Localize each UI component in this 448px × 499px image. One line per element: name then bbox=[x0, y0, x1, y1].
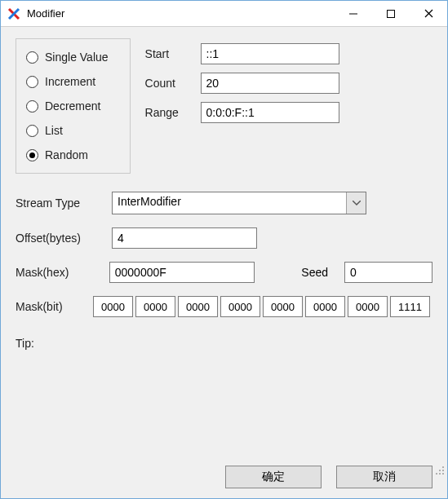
mask-hex-input[interactable] bbox=[109, 262, 255, 283]
mask-bit-cell[interactable]: 0000 bbox=[263, 296, 303, 317]
mask-bit-cells: 0000 0000 0000 0000 0000 0000 0000 1111 bbox=[93, 296, 432, 317]
start-label: Start bbox=[145, 47, 193, 60]
cancel-button[interactable]: 取消 bbox=[336, 466, 432, 488]
resize-grip-icon[interactable] bbox=[433, 464, 445, 475]
svg-rect-1 bbox=[388, 10, 395, 17]
close-button[interactable] bbox=[410, 1, 447, 27]
ok-button[interactable]: 确定 bbox=[225, 466, 322, 488]
window-title: Modifier bbox=[27, 7, 64, 20]
mask-bit-cell[interactable]: 0000 bbox=[348, 296, 388, 317]
svg-point-7 bbox=[436, 473, 437, 475]
chevron-down-icon bbox=[346, 192, 366, 214]
radio-icon bbox=[26, 100, 38, 113]
radio-label: Single Value bbox=[45, 51, 109, 64]
count-input[interactable] bbox=[201, 73, 339, 94]
stream-type-label: Stream Type bbox=[16, 197, 104, 210]
minimize-button[interactable] bbox=[335, 1, 372, 27]
mask-bit-cell[interactable]: 0000 bbox=[220, 296, 260, 317]
mask-bit-cell[interactable]: 0000 bbox=[305, 296, 345, 317]
dialog-body: Single Value Increment Decrement List Ra… bbox=[1, 27, 447, 498]
radio-icon bbox=[26, 125, 38, 137]
radio-single-value[interactable]: Single Value bbox=[26, 51, 109, 64]
mask-hex-label: Mask(hex) bbox=[16, 266, 101, 279]
seed-input[interactable] bbox=[344, 262, 432, 283]
offset-input[interactable] bbox=[112, 227, 257, 249]
tip-label: Tip: bbox=[16, 337, 432, 350]
radio-list[interactable]: List bbox=[26, 124, 109, 137]
radio-icon bbox=[26, 149, 38, 161]
svg-point-8 bbox=[439, 473, 441, 475]
stream-type-value: InterModifier bbox=[113, 192, 346, 214]
radio-increment[interactable]: Increment bbox=[26, 75, 109, 88]
svg-point-5 bbox=[439, 470, 441, 471]
radio-icon bbox=[26, 76, 38, 88]
mask-bit-label: Mask(bit) bbox=[16, 300, 85, 313]
mask-bit-cell[interactable]: 1111 bbox=[390, 296, 430, 317]
svg-point-9 bbox=[442, 473, 444, 475]
modifier-dialog: Modifier Single Value Increment bbox=[0, 0, 448, 499]
count-label: Count bbox=[145, 77, 193, 90]
app-icon bbox=[7, 7, 20, 20]
start-input[interactable] bbox=[201, 43, 339, 64]
mask-bit-cell[interactable]: 0000 bbox=[93, 296, 133, 317]
radio-random[interactable]: Random bbox=[26, 148, 109, 161]
stream-type-select[interactable]: InterModifier bbox=[112, 192, 366, 214]
button-label: 取消 bbox=[373, 470, 396, 484]
titlebar: Modifier bbox=[1, 1, 447, 27]
range-input[interactable] bbox=[201, 102, 339, 123]
mask-bit-cell[interactable]: 0000 bbox=[135, 296, 175, 317]
offset-label: Offset(bytes) bbox=[16, 232, 104, 245]
maximize-button[interactable] bbox=[372, 1, 410, 27]
radio-label: Random bbox=[45, 148, 88, 161]
radio-label: Decrement bbox=[45, 99, 100, 113]
radio-label: List bbox=[45, 124, 63, 137]
seed-label: Seed bbox=[282, 266, 328, 279]
svg-point-4 bbox=[442, 466, 444, 468]
range-label: Range bbox=[145, 106, 193, 119]
radio-decrement[interactable]: Decrement bbox=[26, 99, 109, 113]
mask-bit-cell[interactable]: 0000 bbox=[178, 296, 218, 317]
button-label: 确定 bbox=[262, 470, 285, 484]
radio-icon bbox=[26, 51, 38, 64]
modifier-mode-group: Single Value Increment Decrement List Ra… bbox=[16, 38, 131, 174]
radio-label: Increment bbox=[45, 75, 95, 88]
svg-point-6 bbox=[442, 470, 444, 471]
